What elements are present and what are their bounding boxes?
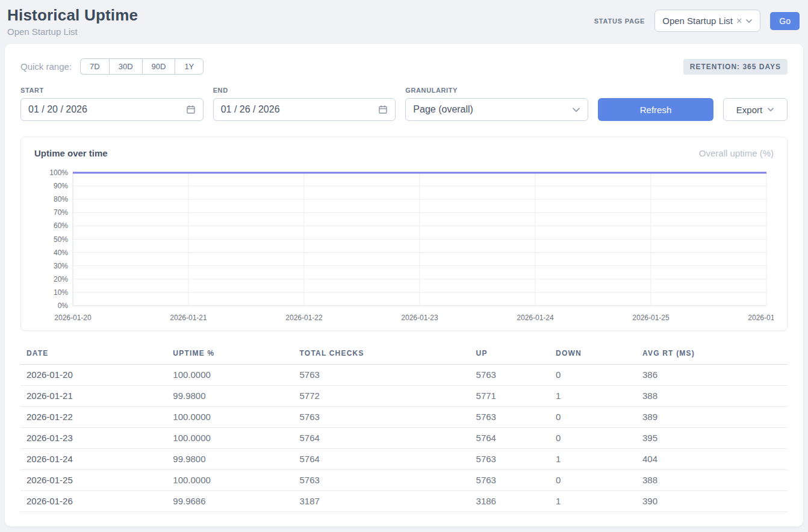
x-axis-tick-label: 2026-01-24 bbox=[517, 314, 554, 322]
table-body: 2026-01-20100.00005763576303862026-01-21… bbox=[20, 365, 788, 512]
cell-date: 2026-01-26 bbox=[20, 491, 167, 512]
table-row: 2026-01-22100.0000576357630389 bbox=[20, 407, 788, 428]
column-header-uptime-: UPTIME % bbox=[167, 345, 293, 365]
y-axis-tick-label: 40% bbox=[54, 249, 68, 257]
y-axis-tick-label: 50% bbox=[54, 235, 68, 244]
end-date-value: 01 / 26 / 2026 bbox=[221, 104, 280, 115]
column-header-down: DOWN bbox=[550, 345, 636, 365]
quick-range-1y[interactable]: 1Y bbox=[175, 58, 204, 75]
granularity-field: GRANULARITY Page (overall) bbox=[405, 87, 588, 121]
status-page-select[interactable]: Open Startup List × bbox=[654, 10, 760, 32]
cell-avg-rt: 395 bbox=[636, 428, 788, 449]
top-header: Historical Uptime Open Startup List STAT… bbox=[0, 0, 808, 37]
quick-range-30d[interactable]: 30D bbox=[109, 58, 142, 75]
cell-date: 2026-01-21 bbox=[20, 386, 167, 407]
y-axis-tick-label: 0% bbox=[58, 302, 69, 310]
x-axis-tick-label: 2026-01-22 bbox=[285, 314, 323, 322]
end-date-input[interactable]: 01 / 26 / 2026 bbox=[213, 98, 396, 121]
cell-total-checks: 5763 bbox=[294, 365, 470, 386]
cell-uptime: 99.9686 bbox=[167, 491, 293, 512]
cell-date: 2026-01-20 bbox=[20, 365, 167, 386]
table-row: 2026-01-25100.0000576357630388 bbox=[20, 470, 788, 491]
cell-uptime: 100.0000 bbox=[167, 365, 293, 386]
export-button[interactable]: Export bbox=[723, 98, 788, 121]
y-axis-tick-label: 70% bbox=[54, 208, 68, 217]
y-axis-tick-label: 20% bbox=[54, 275, 68, 283]
x-axis-tick-label: 2026-01-25 bbox=[632, 314, 670, 322]
chart-legend[interactable]: Overall uptime (%) bbox=[699, 148, 774, 158]
cell-total-checks: 5764 bbox=[294, 449, 470, 470]
cell-up: 3186 bbox=[470, 491, 550, 512]
cell-uptime: 99.9800 bbox=[167, 386, 293, 407]
filter-fields-row: START 01 / 20 / 2026 END 01 / 26 / 2026 … bbox=[20, 87, 788, 121]
quick-range-7d[interactable]: 7D bbox=[80, 58, 109, 75]
cell-avg-rt: 389 bbox=[636, 407, 788, 428]
cell-down: 0 bbox=[550, 428, 636, 449]
start-date-label: START bbox=[20, 87, 204, 94]
cell-down: 1 bbox=[550, 386, 636, 407]
page-title: Historical Uptime bbox=[7, 6, 138, 25]
quick-range-90d[interactable]: 90D bbox=[142, 58, 175, 75]
cell-down: 1 bbox=[550, 449, 636, 470]
cell-avg-rt: 386 bbox=[636, 365, 788, 386]
column-header-avg-rt-ms-: AVG RT (MS) bbox=[636, 345, 788, 365]
start-date-input[interactable]: 01 / 20 / 2026 bbox=[20, 98, 204, 121]
cell-up: 5771 bbox=[470, 386, 550, 407]
y-axis-tick-label: 60% bbox=[54, 221, 68, 230]
header-titles: Historical Uptime Open Startup List bbox=[7, 6, 138, 37]
cell-down: 0 bbox=[550, 470, 636, 491]
start-date-field: START 01 / 20 / 2026 bbox=[20, 87, 204, 121]
granularity-value: Page (overall) bbox=[413, 104, 473, 115]
status-page-controls: STATUS PAGE Open Startup List × Go bbox=[594, 10, 801, 32]
granularity-select[interactable]: Page (overall) bbox=[405, 98, 588, 121]
quick-range-group: 7D30D90D1Y bbox=[80, 58, 204, 75]
y-axis-tick-label: 90% bbox=[54, 182, 68, 190]
retention-badge: RETENTION: 365 DAYS bbox=[683, 59, 788, 75]
cell-down: 0 bbox=[550, 365, 636, 386]
table-row: 2026-01-20100.0000576357630386 bbox=[20, 365, 788, 386]
cell-up: 5763 bbox=[470, 407, 550, 428]
chevron-down-icon bbox=[745, 19, 753, 23]
quick-range-label: Quick range: bbox=[20, 61, 72, 72]
cell-date: 2026-01-23 bbox=[20, 428, 167, 449]
cell-avg-rt: 388 bbox=[636, 386, 788, 407]
page-subtitle: Open Startup List bbox=[7, 26, 138, 37]
uptime-chart-svg: 0%10%20%30%40%50%60%70%80%90%100%2026-01… bbox=[34, 167, 774, 324]
start-date-value: 01 / 20 / 2026 bbox=[28, 104, 87, 115]
cell-total-checks: 3187 bbox=[294, 491, 470, 512]
column-header-total-checks: TOTAL CHECKS bbox=[294, 345, 470, 365]
cell-avg-rt: 404 bbox=[636, 449, 788, 470]
uptime-chart-card: Uptime over time Overall uptime (%) 0%10… bbox=[20, 137, 788, 331]
cell-total-checks: 5764 bbox=[294, 428, 470, 449]
cell-total-checks: 5763 bbox=[294, 407, 470, 428]
granularity-label: GRANULARITY bbox=[405, 87, 588, 94]
end-date-label: END bbox=[213, 87, 396, 94]
calendar-icon[interactable] bbox=[186, 105, 196, 114]
cell-uptime: 99.9800 bbox=[167, 449, 293, 470]
y-axis-tick-label: 10% bbox=[54, 288, 68, 297]
export-button-label: Export bbox=[736, 105, 762, 115]
cell-down: 0 bbox=[550, 407, 636, 428]
y-axis-tick-label: 80% bbox=[54, 195, 68, 203]
cell-up: 5764 bbox=[470, 428, 550, 449]
column-header-date: DATE bbox=[20, 345, 167, 365]
cell-total-checks: 5772 bbox=[294, 386, 470, 407]
column-header-up: UP bbox=[470, 345, 550, 365]
chart-header: Uptime over time Overall uptime (%) bbox=[34, 148, 774, 158]
refresh-button[interactable]: Refresh bbox=[598, 98, 713, 121]
clear-selection-icon[interactable]: × bbox=[736, 16, 742, 26]
cell-down: 1 bbox=[550, 491, 636, 512]
cell-up: 5763 bbox=[470, 365, 550, 386]
x-axis-tick-label: 2026-01-26 bbox=[748, 314, 774, 322]
cell-date: 2026-01-25 bbox=[20, 470, 167, 491]
cell-avg-rt: 390 bbox=[636, 491, 788, 512]
table-row: 2026-01-23100.0000576457640395 bbox=[20, 428, 788, 449]
go-button[interactable]: Go bbox=[770, 12, 800, 30]
table-row: 2026-01-2499.9800576457631404 bbox=[20, 449, 788, 470]
cell-date: 2026-01-24 bbox=[20, 449, 167, 470]
calendar-icon[interactable] bbox=[378, 105, 388, 114]
y-axis-tick-label: 30% bbox=[54, 262, 68, 270]
main-panel: Quick range: 7D30D90D1Y RETENTION: 365 D… bbox=[5, 44, 803, 527]
end-date-field: END 01 / 26 / 2026 bbox=[213, 87, 396, 121]
cell-up: 5763 bbox=[470, 449, 550, 470]
